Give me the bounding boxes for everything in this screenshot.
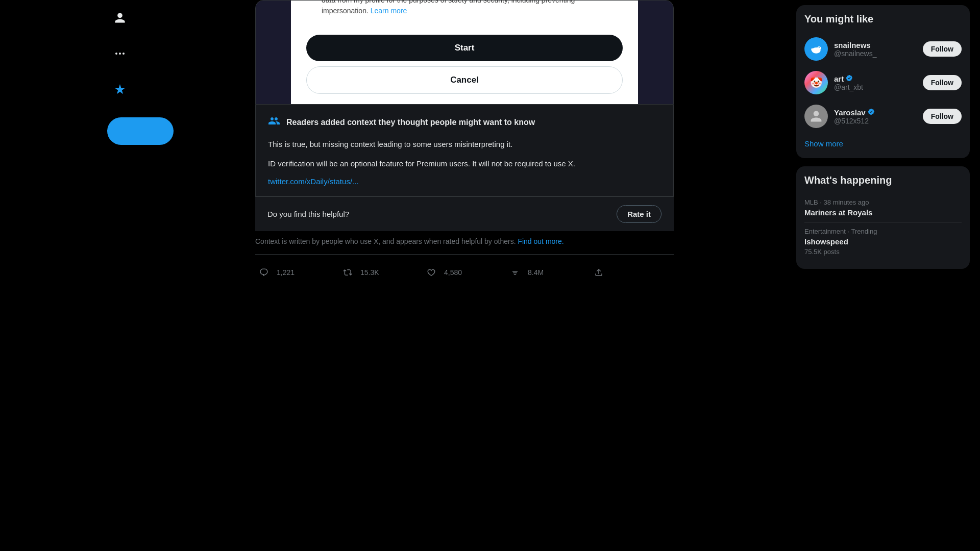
user-handle-yaroslav: @512x512	[834, 117, 917, 125]
context-readers-icon	[268, 115, 280, 130]
whats-happening-title: What's happening	[804, 174, 962, 186]
you-might-like-title: You might like	[804, 13, 962, 25]
you-might-like-section: You might like snailnews @snailnews_ Fol…	[796, 5, 970, 158]
verified-badge-art	[846, 74, 853, 83]
svg-point-2	[122, 53, 125, 55]
context-header: Readers added context they thought peopl…	[268, 115, 661, 130]
suggested-user-art: 🤡 art @art_xbt Follow	[804, 66, 962, 99]
user-name-yaroslav: Yaroslav	[834, 108, 917, 117]
right-sidebar: You might like snailnews @snailnews_ Fol…	[786, 0, 980, 551]
checkbox-row: consent to X storing my ID images, inclu…	[306, 0, 623, 26]
views-count: 8.4M	[528, 268, 544, 277]
suggested-user-snailnews: snailnews @snailnews_ Follow	[804, 32, 962, 66]
follow-art-button[interactable]: Follow	[923, 75, 962, 90]
tweet-wrapper: @nima... @nima... consent to X storing m…	[255, 0, 674, 290]
happening-headline-mlb: Mariners at Royals	[804, 208, 962, 217]
user-info-snailnews: snailnews @snailnews_	[834, 41, 917, 58]
happening-meta-mlb: MLB · 38 minutes ago	[804, 198, 962, 206]
svg-point-1	[119, 53, 121, 55]
svg-point-5	[819, 47, 820, 48]
user-name-art: art	[834, 74, 917, 83]
tweet-container: @nima... @nima... consent to X storing m…	[143, 0, 786, 551]
happening-count-ishowspeed: 75.5K posts	[804, 248, 962, 256]
modal-card: consent to X storing my ID images, inclu…	[291, 0, 638, 104]
follow-snailnews-button[interactable]: Follow	[923, 41, 962, 57]
find-out-more-link[interactable]: Find out more.	[518, 237, 564, 245]
main-content: @nima... @nima... consent to X storing m…	[143, 0, 786, 551]
user-info-yaroslav: Yaroslav @512x512	[834, 108, 917, 125]
context-footer-note: Context is written by people who use X, …	[255, 231, 674, 254]
context-note: Readers added context they thought peopl…	[255, 105, 674, 196]
retweet-action[interactable]: 15.3K	[339, 260, 423, 285]
tweet-image-section: @nima... @nima... consent to X storing m…	[255, 0, 674, 105]
happening-headline-ishowspeed: Ishowspeed	[804, 237, 962, 246]
share-action[interactable]	[590, 260, 674, 285]
sidebar-item-premium[interactable]	[107, 77, 133, 102]
left-sidebar	[0, 0, 143, 551]
happening-item-mlb[interactable]: MLB · 38 minutes ago Mariners at Royals	[804, 193, 962, 222]
like-count: 4,580	[444, 268, 462, 277]
user-name-snailnews: snailnews	[834, 41, 917, 49]
happening-item-ishowspeed[interactable]: Entertainment · Trending Ishowspeed 75.5…	[804, 222, 962, 261]
share-icon	[590, 264, 607, 281]
helpful-bar: Do you find this helpful? Rate it	[255, 196, 674, 231]
avatar-snailnews	[804, 37, 828, 61]
cancel-button[interactable]: Cancel	[306, 66, 623, 94]
user-info-art: art @art_xbt	[834, 74, 917, 91]
context-source-link[interactable]: twitter.com/xDaily/status/...	[268, 177, 661, 186]
start-button[interactable]: Start	[306, 35, 623, 61]
avatar-art: 🤡	[804, 71, 828, 94]
views-action[interactable]: 8.4M	[506, 260, 590, 285]
context-body-1: This is true, but missing context leadin…	[268, 138, 661, 151]
user-handle-art: @art_xbt	[834, 83, 917, 91]
rate-it-button[interactable]: Rate it	[617, 205, 662, 223]
reply-icon	[255, 264, 273, 281]
happening-meta-ishowspeed: Entertainment · Trending	[804, 228, 962, 235]
retweet-icon	[339, 264, 356, 281]
whats-happening-section: What's happening MLB · 38 minutes ago Ma…	[796, 166, 970, 269]
reply-action[interactable]: 1,221	[255, 260, 339, 285]
svg-point-0	[115, 53, 117, 55]
action-bar: 1,221 15.3K 4,580	[255, 254, 674, 290]
verified-badge-yaroslav	[868, 108, 875, 117]
sidebar-item-more[interactable]	[107, 41, 133, 66]
retweet-count: 15.3K	[360, 268, 379, 277]
like-icon	[423, 264, 440, 281]
reply-count: 1,221	[277, 268, 295, 277]
show-more-link[interactable]: Show more	[804, 133, 962, 150]
follow-yaroslav-button[interactable]: Follow	[923, 109, 962, 124]
context-title: Readers added context they thought peopl…	[286, 118, 535, 127]
user-handle-snailnews: @snailnews_	[834, 49, 917, 58]
consent-text: consent to X storing my ID images, inclu…	[322, 0, 623, 16]
views-icon	[506, 264, 524, 281]
context-body-2: ID verification will be an optional feat…	[268, 158, 661, 170]
suggested-user-yaroslav: Yaroslav @512x512 Follow	[804, 99, 962, 133]
helpful-question: Do you find this helpful?	[267, 210, 349, 218]
learn-more-link[interactable]: Learn more	[371, 7, 407, 15]
like-action[interactable]: 4,580	[423, 260, 506, 285]
avatar-yaroslav	[804, 105, 828, 128]
sidebar-item-profile[interactable]	[107, 5, 133, 31]
